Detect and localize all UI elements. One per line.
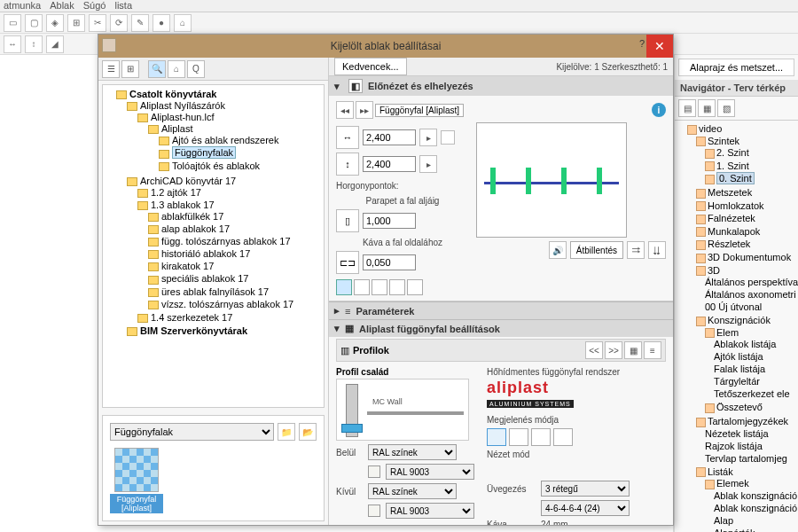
- mirror-v-icon[interactable]: ⮇: [648, 241, 666, 259]
- folder-icon[interactable]: 📂: [299, 423, 317, 441]
- thermal-label: Hőhídmentes függönyfal rendszer: [487, 367, 666, 377]
- nav-mode-icon[interactable]: ▧: [717, 99, 735, 117]
- section-parameters-header[interactable]: ▸≡ Paraméterek: [329, 301, 673, 319]
- tool-button[interactable]: ✂: [89, 14, 106, 32]
- view-mode-label: Nézet mód: [487, 450, 666, 459]
- menu-bar: atmunka Ablak Súgó lista: [0, 0, 798, 12]
- anchor-grid[interactable]: [336, 279, 469, 295]
- home-icon[interactable]: ⌂: [168, 60, 185, 78]
- glazing-code-select[interactable]: 4-6-4-6-4 (24): [541, 500, 630, 516]
- dialog-titlebar[interactable]: Kijelölt ablak beállításai ? ✕: [98, 35, 673, 58]
- inside-label: Belül: [336, 448, 363, 458]
- toolbar-1: ▭ ▢ ◈ ⊞ ✂ ⟳ ✎ ● ⌂: [0, 12, 798, 34]
- glazing-label: Üvegezés: [487, 484, 536, 494]
- library-item-thumb[interactable]: Függönyfal [Aliplast]: [110, 448, 163, 513]
- brand-subtitle: ALUMINIUM SYSTEMS: [487, 400, 574, 408]
- library-preview: Függönyfalak 📁 📂 Függönyfal [Aliplast]: [102, 415, 325, 521]
- profile-drawing: MC Wall: [336, 379, 469, 441]
- library-tree[interactable]: Csatolt könyvtárak Aliplast Nyílászárók …: [102, 84, 325, 408]
- info-icon[interactable]: i: [652, 103, 666, 117]
- tool-button[interactable]: ▢: [25, 14, 43, 32]
- mode-icon[interactable]: [553, 428, 573, 446]
- settings-icon: ▦: [345, 323, 354, 334]
- tool-button[interactable]: ●: [153, 14, 170, 32]
- width-input[interactable]: [363, 129, 416, 145]
- outside-color-type-select[interactable]: RAL színek: [368, 483, 457, 499]
- outside-color-select[interactable]: RAL 9003: [386, 503, 474, 519]
- window-settings-dialog: Kijelölt ablak beállításai ? ✕ ☰ ⊞ 🔍 ⌂ Q…: [98, 34, 674, 526]
- tool-button[interactable]: ◢: [46, 35, 64, 53]
- nav-mode-icon[interactable]: ▤: [678, 99, 696, 117]
- anchor-label: Horgonypontok:: [336, 181, 469, 191]
- tool-button[interactable]: ⌂: [174, 14, 192, 32]
- profile-family-label: Profil család: [336, 367, 478, 377]
- height-icon: ↕: [336, 153, 359, 176]
- folder-up-icon[interactable]: 📁: [278, 423, 295, 441]
- kava-label: Káva: [487, 520, 536, 525]
- list-icon[interactable]: ≡: [644, 341, 661, 359]
- prev-page-icon[interactable]: <<: [585, 341, 603, 359]
- search-icon[interactable]: 🔍: [148, 60, 166, 78]
- params-icon: ≡: [345, 306, 350, 317]
- width-icon: ↔: [336, 126, 359, 149]
- display-mode-group[interactable]: [487, 428, 666, 446]
- mirror-icon[interactable]: ⮆: [627, 241, 645, 259]
- flip-button[interactable]: Átbillentés: [570, 241, 623, 259]
- height-input[interactable]: [363, 156, 416, 172]
- sound-icon[interactable]: 🔊: [549, 241, 567, 259]
- mode-icon[interactable]: [487, 428, 506, 446]
- next-icon[interactable]: ▸▸: [356, 101, 373, 119]
- display-mode-label: Megjelenés módja: [487, 415, 666, 425]
- tool-button[interactable]: ↕: [25, 35, 43, 53]
- menu-item[interactable]: Ablak: [50, 0, 74, 12]
- parapet-input[interactable]: [363, 213, 416, 229]
- app-icon: [102, 38, 116, 52]
- preview-icon: ◧: [348, 79, 363, 93]
- inside-color-type-select[interactable]: RAL színek: [368, 444, 457, 460]
- tool-button[interactable]: ✎: [131, 14, 149, 32]
- selection-status: Kijelölve: 1 Szerkeszthető: 1: [556, 62, 668, 72]
- tool-button[interactable]: ◈: [46, 14, 64, 32]
- view-list-icon[interactable]: ☰: [102, 60, 120, 78]
- arrow-icon[interactable]: ▸: [419, 129, 437, 146]
- library-folder-select[interactable]: Függönyfalak: [110, 423, 274, 441]
- section-aliplast-header[interactable]: ▾▦ Aliplast függönyfal beállítások: [329, 319, 673, 337]
- parapet-icon: ▯: [336, 209, 359, 232]
- inside-color-select[interactable]: RAL 9003: [386, 464, 474, 480]
- section-preview-header[interactable]: ▾ ◧ Előnézet és elhelyezés: [329, 76, 673, 96]
- preview-viewport[interactable]: [476, 122, 627, 238]
- object-path: Függönyfal [Aliplast]: [375, 104, 464, 117]
- next-page-icon[interactable]: >>: [605, 341, 622, 359]
- dialog-title: Kijelölt ablak beállításai: [331, 40, 442, 52]
- kava-input[interactable]: [363, 254, 416, 270]
- profile-icon: ▥: [340, 345, 349, 356]
- mode-icon[interactable]: [509, 428, 528, 446]
- color-swatch: [368, 505, 380, 517]
- view-tree-icon[interactable]: ⊞: [121, 60, 139, 78]
- navigator-header: Navigátor - Terv térkép: [675, 80, 798, 97]
- color-swatch: [368, 466, 380, 478]
- mode-icon[interactable]: [531, 428, 551, 446]
- curtain-wall-icon: [114, 448, 159, 492]
- link-icon[interactable]: [441, 130, 455, 145]
- favorites-button[interactable]: Kedvencek...: [334, 58, 407, 75]
- tool-button[interactable]: ↔: [4, 35, 21, 53]
- glazing-layers-select[interactable]: 3 rétegű: [541, 481, 630, 497]
- kava-icon: ⊏⊐: [336, 251, 359, 274]
- menu-item[interactable]: lista: [114, 0, 132, 12]
- tool-button[interactable]: ⟳: [110, 14, 128, 32]
- tool-button[interactable]: ▭: [4, 14, 21, 32]
- grid-icon[interactable]: ▦: [624, 341, 642, 359]
- kava-value: 24 mm: [541, 520, 568, 525]
- close-icon[interactable]: ✕: [646, 35, 673, 58]
- nav-mode-icon[interactable]: ▦: [698, 99, 716, 117]
- arrow-icon[interactable]: ▸: [419, 155, 437, 173]
- prev-icon[interactable]: ◂◂: [336, 101, 354, 119]
- filter-icon[interactable]: Q: [187, 60, 205, 78]
- menu-item[interactable]: atmunka: [4, 0, 41, 12]
- tab-floorplan-section[interactable]: Alaprajz és metszet...: [678, 59, 794, 76]
- help-icon[interactable]: ?: [639, 38, 645, 49]
- menu-item[interactable]: Súgó: [83, 0, 106, 12]
- navigator-tree[interactable]: video Szintek 2. Szint 1. Szint 0. Szint…: [675, 121, 798, 532]
- tool-button[interactable]: ⊞: [67, 14, 85, 32]
